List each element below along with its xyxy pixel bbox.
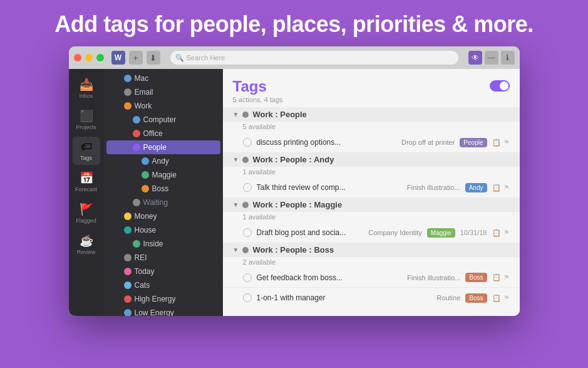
- waiting-label: Waiting: [143, 198, 168, 207]
- list-item-house[interactable]: House: [106, 223, 220, 237]
- flagged-icon: 🚩: [80, 202, 93, 216]
- sidebar-item-forecast[interactable]: 📅 Forecast: [73, 167, 100, 196]
- sidebar-item-tags[interactable]: 🏷 Tags: [73, 137, 100, 165]
- today-dot: [124, 268, 132, 275]
- hero-title: Add tags for people, places, priorities …: [54, 0, 534, 46]
- list-item-mac[interactable]: Mac: [106, 71, 220, 85]
- andy-label: Andy: [152, 157, 169, 166]
- rei-dot: [124, 254, 132, 261]
- list-item-people[interactable]: People: [106, 140, 220, 154]
- app-window: W + ⬇ 🔍 Search Here 👁 — ℹ 📥 Inbox ⬛ Proj…: [69, 46, 520, 316]
- task-tag[interactable]: Andy: [465, 183, 487, 192]
- flag-icon: ⚑: [503, 184, 510, 192]
- rei-label: REI: [135, 253, 147, 262]
- task-actions: 📋 ⚑: [492, 294, 510, 302]
- group-dot: [242, 157, 249, 163]
- inside-dot: [133, 240, 140, 248]
- task-checkbox[interactable]: [243, 293, 252, 302]
- add-button[interactable]: +: [129, 51, 143, 65]
- group-count: 1 available: [223, 167, 520, 177]
- task-checkbox[interactable]: [243, 273, 252, 282]
- minus-button[interactable]: —: [485, 51, 498, 65]
- house-label: House: [135, 226, 157, 234]
- projects-label: Projects: [76, 124, 96, 130]
- task-checkbox[interactable]: [243, 228, 252, 237]
- group-header-work-people-andy[interactable]: ▼ Work : People : Andy: [223, 152, 520, 167]
- task-name: Get feedback from boss...: [257, 273, 403, 282]
- flagged-label: Flagged: [76, 218, 96, 224]
- task-tag[interactable]: People: [460, 138, 487, 147]
- flag-icon: ⚑: [503, 229, 510, 237]
- task-date: 10/31/18: [460, 229, 487, 236]
- list-item-andy[interactable]: Andy: [106, 154, 220, 168]
- list-item-inside[interactable]: Inside: [106, 237, 220, 251]
- close-button[interactable]: [74, 54, 81, 61]
- list-item-low-energy[interactable]: Low Energy: [106, 306, 220, 316]
- sync-button[interactable]: ⬇: [147, 51, 160, 65]
- toggle-knob: [500, 81, 508, 90]
- low-energy-dot: [124, 309, 132, 316]
- task-name: discuss printing options...: [257, 138, 396, 147]
- inbox-label: Inbox: [79, 93, 93, 99]
- task-tag[interactable]: Boss: [465, 293, 487, 303]
- forecast-label: Forecast: [75, 186, 97, 192]
- email-dot: [124, 88, 132, 96]
- task-tag[interactable]: Maggie: [427, 228, 455, 238]
- list-item-maggie[interactable]: Maggie: [106, 168, 220, 182]
- search-placeholder: Search Here: [187, 54, 225, 61]
- table-row: Get feedback from boss... Finish illustr…: [223, 268, 520, 288]
- maggie-label: Maggie: [152, 171, 177, 179]
- app-icon: W: [111, 51, 125, 65]
- sidebar-item-inbox[interactable]: 📥 Inbox: [73, 74, 100, 103]
- group-dot: [242, 247, 249, 253]
- task-name: Draft blog post and socia...: [257, 228, 364, 237]
- list-item-work[interactable]: Work: [106, 99, 220, 113]
- maximize-button[interactable]: [96, 54, 104, 61]
- inbox-icon: 📥: [80, 78, 93, 92]
- list-item-email[interactable]: Email: [106, 85, 220, 99]
- list-item-high-energy[interactable]: High Energy: [106, 292, 220, 306]
- list-item-office[interactable]: Office: [106, 127, 220, 140]
- task-checkbox[interactable]: [243, 138, 252, 147]
- group-header-work-people-maggie[interactable]: ▼ Work : People : Maggie: [223, 197, 520, 212]
- list-item-computer[interactable]: Computer: [106, 113, 220, 127]
- tags-label: Tags: [80, 155, 92, 161]
- task-tag[interactable]: Boss: [465, 273, 487, 282]
- task-context: Drop off at printer: [401, 139, 455, 146]
- group-count: 1 available: [223, 212, 520, 223]
- sidebar-item-review[interactable]: ☕ Review: [73, 230, 100, 259]
- info-button[interactable]: ℹ: [501, 51, 515, 65]
- review-label: Review: [77, 249, 96, 255]
- list-item-money[interactable]: Money: [106, 209, 220, 223]
- note-icon: 📋: [492, 184, 501, 192]
- group-count: 5 available: [223, 122, 520, 132]
- sidebar-item-flagged[interactable]: 🚩 Flagged: [73, 199, 100, 228]
- group-header-work-people[interactable]: ▼ Work : People: [223, 107, 520, 122]
- list-item-waiting[interactable]: Waiting: [106, 196, 220, 209]
- list-item-rei[interactable]: REI: [106, 251, 220, 265]
- table-row: Talk third review of comp... Finish illu…: [223, 177, 520, 197]
- task-context: Finish illustratio...: [407, 274, 460, 281]
- task-checkbox[interactable]: [243, 183, 252, 192]
- sidebar-nav: 📥 Inbox ⬛ Projects 🏷 Tags 📅 Forecast 🚩 F…: [69, 69, 104, 316]
- list-item-boss[interactable]: Boss: [106, 182, 220, 196]
- forecast-icon: 📅: [80, 171, 93, 185]
- projects-icon: ⬛: [80, 109, 93, 123]
- expand-icon: ▼: [233, 156, 239, 163]
- expand-icon: ▼: [233, 111, 239, 118]
- list-item-today[interactable]: Today: [106, 265, 220, 278]
- table-row: discuss printing options... Drop off at …: [223, 132, 520, 152]
- high-energy-dot: [124, 295, 132, 303]
- sidebar-item-projects[interactable]: ⬛ Projects: [73, 105, 100, 134]
- boss-label: Boss: [152, 184, 169, 193]
- minimize-button[interactable]: [85, 54, 93, 61]
- toggle-switch[interactable]: [490, 80, 510, 92]
- group-title: Work : People : Maggie: [252, 200, 509, 209]
- eye-button[interactable]: 👁: [468, 51, 482, 65]
- review-icon: ☕: [80, 234, 93, 248]
- search-bar[interactable]: 🔍 Search Here: [170, 51, 458, 65]
- today-label: Today: [135, 267, 155, 276]
- list-item-cats[interactable]: Cats: [106, 278, 220, 292]
- group-header-work-people-boss[interactable]: ▼ Work : People : Boss: [223, 243, 520, 257]
- main-title: Tags: [233, 78, 283, 95]
